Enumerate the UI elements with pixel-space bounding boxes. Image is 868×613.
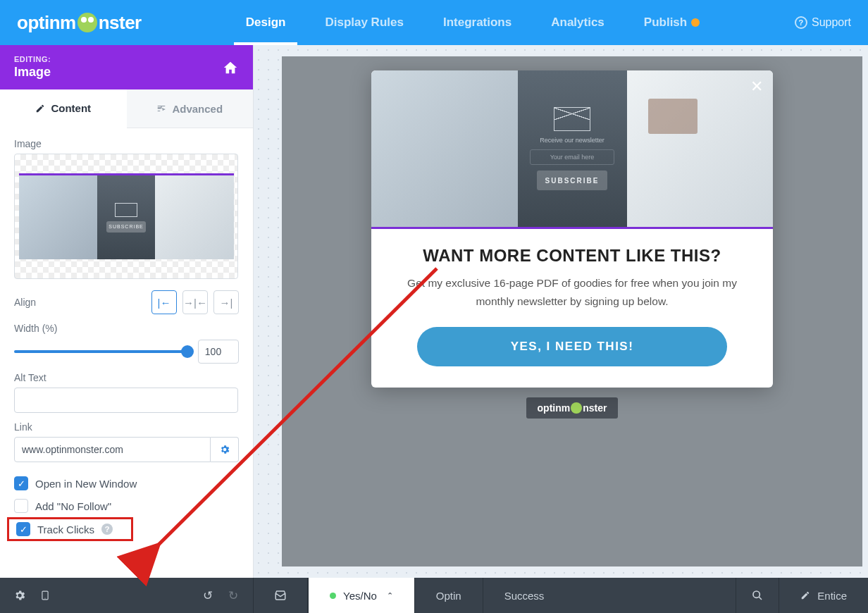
gear-icon <box>13 589 26 602</box>
support-link[interactable]: ? Support <box>795 16 851 29</box>
image-preview[interactable]: SUBSCRIBE <box>14 154 238 279</box>
view-success[interactable]: Success <box>483 578 566 613</box>
width-slider[interactable] <box>14 350 188 353</box>
brand-post: nster <box>583 402 607 414</box>
sidebar-tabs: Content Advanced <box>0 89 253 128</box>
popup-receive-text: Receive our newsletter <box>540 137 604 144</box>
support-label: Support <box>812 16 851 29</box>
undo-button[interactable]: ↺ <box>195 588 221 603</box>
close-icon[interactable]: ✕ <box>750 78 763 96</box>
check-new-window-label: Open in New Window <box>35 478 137 490</box>
logo-text-pre: optinm <box>17 12 76 34</box>
width-label: Width (%) <box>14 323 239 334</box>
align-right-button[interactable]: →| <box>213 290 239 314</box>
popup-title[interactable]: WANT MORE CONTENT LIKE THIS? <box>392 246 752 266</box>
search-button[interactable] <box>736 578 779 613</box>
check-new-window[interactable]: ✓ <box>14 476 28 490</box>
help-icon: ? <box>795 16 807 29</box>
inbox-button[interactable] <box>268 589 293 602</box>
popup-preview[interactable]: ✕ Receive our newsletter Your email here… <box>371 70 773 388</box>
logo[interactable]: optinmnster <box>17 12 142 34</box>
inbox-icon <box>274 589 287 602</box>
check-no-follow[interactable] <box>14 499 28 513</box>
nav-display-rules[interactable]: Display Rules <box>305 0 423 45</box>
check-track-clicks-row: ✓ Track Clicks ? <box>7 517 133 541</box>
link-label: Link <box>14 421 239 433</box>
popup-description[interactable]: Get my exclusive 16-page PDF of goodies … <box>392 274 752 311</box>
editing-title: Image <box>14 65 51 80</box>
branding-badge[interactable]: optinmnster <box>526 397 619 419</box>
align-buttons: |← →|← →| <box>151 290 239 314</box>
popup-subscribe-mini: SUBSCRIBE <box>537 171 607 190</box>
width-input[interactable] <box>198 340 239 364</box>
redo-button[interactable]: ↻ <box>221 588 246 603</box>
nav-publish[interactable]: Publish <box>624 0 719 45</box>
nav-label: Design <box>246 16 286 30</box>
main: EDITING: Image Content Advanced Image <box>0 45 868 578</box>
sliders-icon <box>156 104 166 113</box>
link-settings-button[interactable] <box>211 437 239 462</box>
gear-icon <box>219 444 230 455</box>
popup-image[interactable]: Receive our newsletter Your email here S… <box>371 70 773 229</box>
check-no-follow-label: Add "No Follow" <box>35 500 111 512</box>
mobile-preview-button[interactable] <box>32 588 58 602</box>
nav-items: Design Display Rules Integrations Analyt… <box>226 0 719 45</box>
image-thumbnail: SUBSCRIBE <box>19 173 234 259</box>
subscribe-mini: SUBSCRIBE <box>106 221 146 233</box>
view-yesno-label: Yes/No <box>343 590 377 602</box>
svg-point-1 <box>44 598 45 599</box>
chevron-up-icon: ⌃ <box>387 591 393 600</box>
entice-button[interactable]: Entice <box>779 578 868 613</box>
pencil-icon <box>800 590 810 600</box>
view-yesno[interactable]: Yes/No ⌃ <box>308 578 414 613</box>
home-icon[interactable] <box>222 60 239 75</box>
align-center-button[interactable]: →|← <box>182 290 208 314</box>
pencil-icon <box>35 104 45 113</box>
envelope-icon <box>554 107 590 131</box>
canvas: ✕ Receive our newsletter Your email here… <box>254 45 868 578</box>
nav-analytics[interactable]: Analytics <box>531 0 624 45</box>
publish-status-icon <box>691 18 700 27</box>
check-no-follow-row: Add "No Follow" <box>14 495 239 517</box>
logo-icon <box>571 402 582 414</box>
content-panel: Image SUBSCRIBE Align |← →|← →| <box>0 128 253 578</box>
alt-label: Alt Text <box>14 372 239 383</box>
nav-label: Publish <box>644 16 687 30</box>
nav-design[interactable]: Design <box>226 0 306 45</box>
tab-advanced[interactable]: Advanced <box>127 89 254 128</box>
view-success-label: Success <box>504 590 545 602</box>
nav-label: Display Rules <box>325 16 404 30</box>
nav-label: Analytics <box>551 16 604 30</box>
search-icon <box>752 590 763 601</box>
view-optin-label: Optin <box>436 590 461 602</box>
alt-text-input[interactable] <box>14 388 238 413</box>
nav-label: Integrations <box>443 16 512 30</box>
tab-content[interactable]: Content <box>0 89 127 128</box>
nav-integrations[interactable]: Integrations <box>423 0 531 45</box>
logo-icon <box>78 13 97 32</box>
link-input[interactable] <box>14 437 211 462</box>
entice-label: Entice <box>817 590 847 602</box>
image-label: Image <box>14 138 239 149</box>
check-icon: ✓ <box>20 524 27 535</box>
settings-button[interactable] <box>7 588 32 602</box>
help-icon[interactable]: ? <box>101 524 113 535</box>
bottom-bar: ↺ ↻ Yes/No ⌃ Optin Success Entice <box>0 578 868 613</box>
top-nav: optinmnster Design Display Rules Integra… <box>0 0 868 45</box>
mobile-icon <box>40 588 50 602</box>
status-dot-icon <box>330 593 336 599</box>
popup-cta-button[interactable]: YES, I NEED THIS! <box>417 327 727 366</box>
envelope-icon <box>115 203 137 217</box>
brand-pre: optinm <box>538 402 571 414</box>
slider-thumb[interactable] <box>181 345 194 358</box>
check-track-clicks[interactable]: ✓ <box>16 522 30 536</box>
popup-cta-label: YES, I NEED THIS! <box>511 340 634 353</box>
popup-email-placeholder: Your email here <box>530 149 614 165</box>
stage: ✕ Receive our newsletter Your email here… <box>282 56 862 566</box>
check-track-clicks-label: Track Clicks <box>37 524 94 535</box>
editing-header: EDITING: Image <box>0 45 253 89</box>
view-optin[interactable]: Optin <box>414 578 483 613</box>
align-left-button[interactable]: |← <box>151 290 177 314</box>
align-label: Align <box>14 297 36 308</box>
svg-line-3 <box>759 597 762 600</box>
